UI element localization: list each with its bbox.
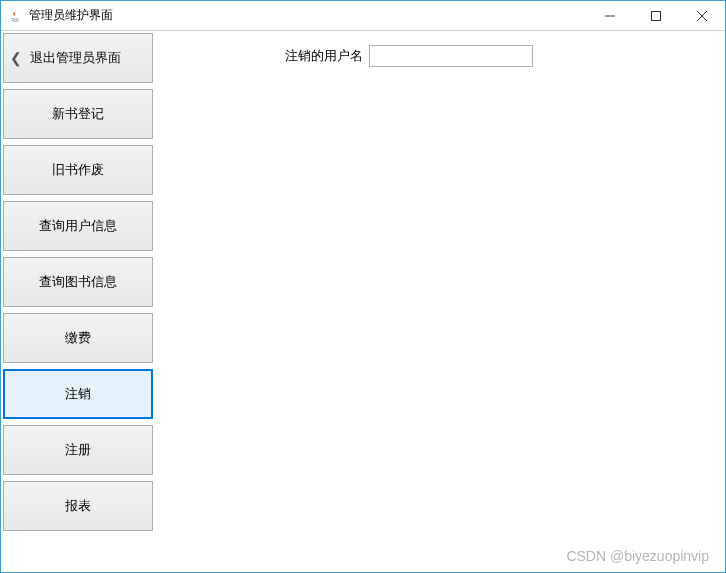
username-input[interactable]: [369, 45, 533, 67]
sidebar-item-label: 缴费: [65, 329, 91, 347]
sidebar-item-label: 注销: [65, 385, 91, 403]
java-icon: [7, 8, 23, 24]
sidebar-item-discard-book[interactable]: 旧书作废: [3, 145, 153, 195]
sidebar-item-label: 旧书作废: [52, 161, 104, 179]
sidebar-item-deregister[interactable]: 注销: [3, 369, 153, 419]
svg-rect-1: [652, 11, 661, 20]
sidebar-item-label: 注册: [65, 441, 91, 459]
maximize-button[interactable]: [633, 1, 679, 30]
app-window: 管理员维护界面 ❮ 退出管理员界面 新书登记 旧书作废: [0, 0, 726, 573]
sidebar-item-payment[interactable]: 缴费: [3, 313, 153, 363]
sidebar-item-register[interactable]: 注册: [3, 425, 153, 475]
sidebar-item-query-book[interactable]: 查询图书信息: [3, 257, 153, 307]
sidebar-item-exit-admin[interactable]: ❮ 退出管理员界面: [3, 33, 153, 83]
sidebar-item-query-user[interactable]: 查询用户信息: [3, 201, 153, 251]
window-controls: [587, 1, 725, 30]
content-area: ❮ 退出管理员界面 新书登记 旧书作废 查询用户信息 查询图书信息 缴费 注销: [1, 31, 725, 572]
main-panel: 注销的用户名: [155, 31, 725, 572]
titlebar: 管理员维护界面: [1, 1, 725, 31]
sidebar: ❮ 退出管理员界面 新书登记 旧书作废 查询用户信息 查询图书信息 缴费 注销: [1, 31, 155, 572]
minimize-button[interactable]: [587, 1, 633, 30]
sidebar-item-label: 新书登记: [52, 105, 104, 123]
sidebar-item-label: 退出管理员界面: [30, 49, 121, 67]
sidebar-item-label: 查询用户信息: [39, 217, 117, 235]
close-button[interactable]: [679, 1, 725, 30]
username-label: 注销的用户名: [285, 47, 363, 65]
sidebar-item-report[interactable]: 报表: [3, 481, 153, 531]
sidebar-item-label: 查询图书信息: [39, 273, 117, 291]
window-title: 管理员维护界面: [29, 7, 587, 24]
deregister-form-row: 注销的用户名: [285, 45, 533, 67]
sidebar-item-label: 报表: [65, 497, 91, 515]
chevron-left-icon: ❮: [10, 50, 22, 66]
sidebar-item-new-book[interactable]: 新书登记: [3, 89, 153, 139]
